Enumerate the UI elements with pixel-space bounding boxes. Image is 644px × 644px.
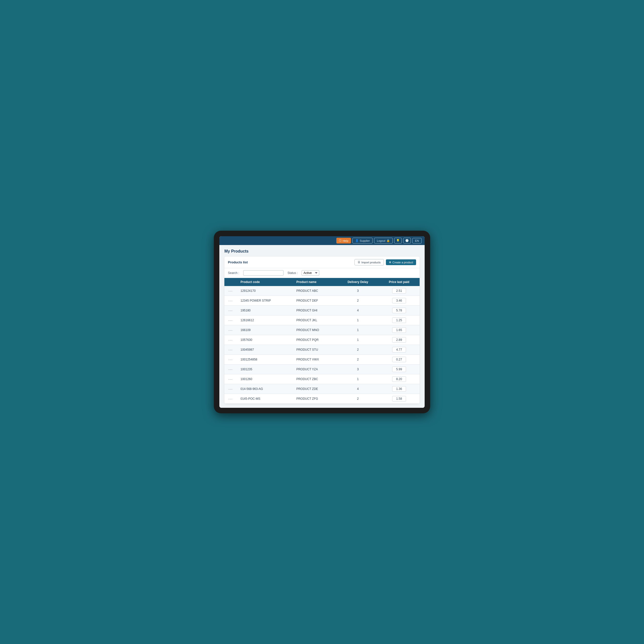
person-icon: 👤 bbox=[355, 239, 359, 242]
table-row[interactable]: ---0145-POC-MSPRODUCT ZFG21.58 bbox=[224, 394, 420, 404]
create-product-button[interactable]: ⊕ Create a product bbox=[386, 259, 416, 265]
table-row[interactable]: ---12345 POWER STRIPPRODUCT DEF23.46 bbox=[224, 296, 420, 306]
row-delivery-delay: 1 bbox=[337, 335, 379, 345]
col-delivery-delay: Delivery Delay bbox=[337, 278, 379, 286]
row-price-last-paid: 2.51 bbox=[379, 286, 420, 296]
row-product-name: PRODUCT ZFG bbox=[293, 394, 337, 404]
products-table: Product code Product name Delivery Delay… bbox=[224, 278, 420, 404]
row-price-last-paid: 0.27 bbox=[379, 355, 420, 365]
row-product-code: 195180 bbox=[237, 306, 293, 315]
row-delivery-delay: 3 bbox=[337, 286, 379, 296]
row-product-code: 1001235 bbox=[237, 365, 293, 374]
plus-circle-icon: ⊕ bbox=[389, 261, 391, 264]
row-delivery-delay: 2 bbox=[337, 296, 379, 306]
table-row[interactable]: ---10045987PRODUCT STU24.77 bbox=[224, 345, 420, 355]
row-price-last-paid: 5.78 bbox=[379, 306, 420, 315]
supplier-button[interactable]: 👤 Supplier bbox=[352, 238, 373, 244]
status-select[interactable]: Active Inactive All bbox=[302, 270, 319, 276]
col-product-code: Product code bbox=[237, 278, 293, 286]
row-action-dots[interactable]: --- bbox=[224, 315, 237, 325]
row-product-name: PRODUCT MNO bbox=[293, 325, 337, 335]
bulb-icon: 💡 bbox=[396, 239, 400, 242]
row-product-code: 1001260 bbox=[237, 374, 293, 384]
help-icon: ⓘ bbox=[339, 239, 342, 243]
row-action-dots[interactable]: --- bbox=[224, 345, 237, 355]
row-product-name: PRODUCT ABC bbox=[293, 286, 337, 296]
row-product-name: PRODUCT JKL bbox=[293, 315, 337, 325]
col-price-last-paid: Price last paid bbox=[379, 278, 420, 286]
lock-icon: 🔒 bbox=[386, 239, 390, 242]
import-products-button[interactable]: ☰ Import products bbox=[354, 259, 384, 265]
row-product-code: 014-568-963-AG bbox=[237, 384, 293, 394]
row-delivery-delay: 1 bbox=[337, 325, 379, 335]
row-price-last-paid: 4.77 bbox=[379, 345, 420, 355]
top-nav: ⓘ Help 👤 Supplier Logout 🔒 💡 🕐 EN bbox=[219, 236, 425, 245]
row-price-last-paid: 1.25 bbox=[379, 315, 420, 325]
row-price-last-paid: 5.99 bbox=[379, 365, 420, 374]
row-delivery-delay: 2 bbox=[337, 345, 379, 355]
row-delivery-delay: 4 bbox=[337, 306, 379, 315]
row-product-name: PRODUCT VWX bbox=[293, 355, 337, 365]
row-delivery-delay: 3 bbox=[337, 365, 379, 374]
monitor-frame: ⓘ Help 👤 Supplier Logout 🔒 💡 🕐 EN bbox=[214, 231, 430, 413]
row-product-name: PRODUCT YZA bbox=[293, 365, 337, 374]
clock-button[interactable]: 🕐 bbox=[403, 238, 411, 244]
row-action-dots[interactable]: --- bbox=[224, 355, 237, 365]
row-action-dots[interactable]: --- bbox=[224, 365, 237, 374]
row-price-last-paid: 1.58 bbox=[379, 394, 420, 404]
row-action-dots[interactable]: --- bbox=[224, 296, 237, 306]
row-price-last-paid: 1.36 bbox=[379, 384, 420, 394]
table-row[interactable]: ---1001260PRODUCT ZBC18.20 bbox=[224, 374, 420, 384]
products-card: Products list ☰ Import products ⊕ Create… bbox=[224, 257, 420, 404]
row-product-code: 0145-POC-MS bbox=[237, 394, 293, 404]
lang-button[interactable]: EN bbox=[412, 238, 422, 244]
status-label: Status : bbox=[288, 271, 298, 275]
bulb-button[interactable]: 💡 bbox=[394, 238, 402, 244]
clock-icon: 🕐 bbox=[405, 239, 409, 242]
table-header-row: Product code Product name Delivery Delay… bbox=[224, 278, 420, 286]
row-product-code: 129124170 bbox=[237, 286, 293, 296]
row-price-last-paid: 2.89 bbox=[379, 335, 420, 345]
row-action-dots[interactable]: --- bbox=[224, 374, 237, 384]
help-button[interactable]: ⓘ Help bbox=[336, 238, 351, 244]
table-row[interactable]: ---166109PRODUCT MNO11.65 bbox=[224, 325, 420, 335]
table-row[interactable]: ---12616612PRODUCT JKL11.25 bbox=[224, 315, 420, 325]
row-product-name: PRODUCT STU bbox=[293, 345, 337, 355]
table-row[interactable]: ---1001235PRODUCT YZA35.99 bbox=[224, 365, 420, 374]
table-row[interactable]: ---195180PRODUCT GHI45.78 bbox=[224, 306, 420, 315]
row-product-code: 1057630 bbox=[237, 335, 293, 345]
row-product-name: PRODUCT GHI bbox=[293, 306, 337, 315]
row-delivery-delay: 1 bbox=[337, 315, 379, 325]
menu-icon: ☰ bbox=[358, 261, 360, 264]
table-row[interactable]: ---129124170PRODUCT ABC32.51 bbox=[224, 286, 420, 296]
row-product-code: 166109 bbox=[237, 325, 293, 335]
row-product-code: 10045987 bbox=[237, 345, 293, 355]
row-delivery-delay: 1 bbox=[337, 374, 379, 384]
row-product-name: PRODUCT ZDE bbox=[293, 384, 337, 394]
monitor-screen: ⓘ Help 👤 Supplier Logout 🔒 💡 🕐 EN bbox=[219, 236, 425, 408]
row-delivery-delay: 2 bbox=[337, 394, 379, 404]
row-action-dots[interactable]: --- bbox=[224, 384, 237, 394]
page-content: My Products Products list ☰ Import produ… bbox=[219, 245, 425, 408]
search-input[interactable] bbox=[243, 270, 284, 276]
row-action-dots[interactable]: --- bbox=[224, 306, 237, 315]
table-row[interactable]: ---1057630PRODUCT PQR12.89 bbox=[224, 335, 420, 345]
table-row[interactable]: ---014-568-963-AGPRODUCT ZDE41.36 bbox=[224, 384, 420, 394]
card-header: Products list ☰ Import products ⊕ Create… bbox=[224, 257, 420, 268]
logout-button[interactable]: Logout 🔒 bbox=[374, 238, 393, 244]
page-title: My Products bbox=[224, 249, 420, 254]
row-delivery-delay: 4 bbox=[337, 384, 379, 394]
row-action-dots[interactable]: --- bbox=[224, 335, 237, 345]
filter-bar: Search : Status : Active Inactive All bbox=[224, 268, 420, 278]
table-row[interactable]: ---1001254858PRODUCT VWX20.27 bbox=[224, 355, 420, 365]
row-price-last-paid: 3.46 bbox=[379, 296, 420, 306]
row-action-dots[interactable]: --- bbox=[224, 325, 237, 335]
row-product-name: PRODUCT ZBC bbox=[293, 374, 337, 384]
row-action-dots[interactable]: --- bbox=[224, 286, 237, 296]
row-action-dots[interactable]: --- bbox=[224, 394, 237, 404]
row-product-code: 1001254858 bbox=[237, 355, 293, 365]
row-price-last-paid: 1.65 bbox=[379, 325, 420, 335]
row-delivery-delay: 2 bbox=[337, 355, 379, 365]
header-actions: ☰ Import products ⊕ Create a product bbox=[354, 259, 416, 265]
row-product-name: PRODUCT PQR bbox=[293, 335, 337, 345]
